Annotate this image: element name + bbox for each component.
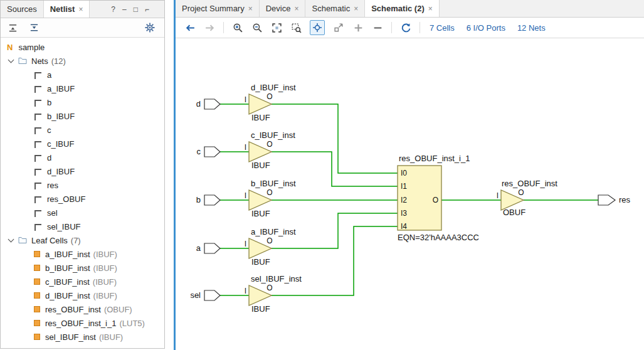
zoom-fit-button[interactable] bbox=[271, 22, 282, 33]
expand-plus-button[interactable] bbox=[352, 22, 364, 33]
tab-netlist-label: Netlist bbox=[50, 4, 75, 14]
pin-label-i: I bbox=[245, 191, 246, 200]
tree-group-nets[interactable]: Nets (12) bbox=[1, 54, 164, 68]
forward-button[interactable] bbox=[204, 22, 215, 33]
pin-label-i: I bbox=[245, 240, 246, 248]
input-port-d[interactable] bbox=[204, 99, 220, 109]
chevron-down-icon[interactable] bbox=[8, 236, 14, 242]
regenerate-button[interactable] bbox=[400, 22, 411, 33]
net-icon bbox=[34, 72, 41, 79]
expand-all-icon[interactable] bbox=[28, 22, 40, 33]
net-label: c_IBUF bbox=[47, 139, 74, 149]
net-icon bbox=[34, 86, 41, 93]
close-icon[interactable]: × bbox=[294, 4, 298, 13]
tree-item-cell[interactable]: sel_IBUF_inst(IBUF) bbox=[1, 330, 164, 344]
tree-item-cell[interactable]: res_OBUF_inst_i_1(LUT5) bbox=[1, 316, 164, 330]
pin-label-i: I bbox=[245, 143, 246, 152]
schematic-toolbar: 7 Cells 6 I/O Ports 12 Nets bbox=[176, 18, 644, 38]
panel-window-controls: ? – □ ⌐ bbox=[111, 1, 164, 18]
port-label-d: d bbox=[196, 99, 201, 109]
tab-netlist[interactable]: Netlist × bbox=[44, 1, 90, 18]
close-icon[interactable]: × bbox=[248, 4, 253, 13]
tree-item-cell[interactable]: a_IBUF_inst(IBUF) bbox=[1, 247, 164, 261]
zoom-selection-button[interactable] bbox=[290, 22, 302, 33]
tab-label: Schematic (2) bbox=[371, 4, 425, 13]
collapse-minus-button[interactable] bbox=[372, 22, 383, 33]
help-icon[interactable]: ? bbox=[111, 5, 115, 14]
zoom-out-button[interactable] bbox=[251, 22, 263, 33]
tree-item-cell[interactable]: res_OBUF_inst(OBUF) bbox=[1, 302, 164, 316]
netlist-root-icon: N bbox=[7, 43, 13, 52]
tree-item-cell[interactable]: d_IBUF_inst(IBUF) bbox=[1, 289, 164, 302]
net-label: d bbox=[47, 153, 51, 162]
tree-item-net-sel-ibuf[interactable]: sel_IBUF bbox=[1, 220, 164, 233]
input-port-sel[interactable] bbox=[204, 290, 220, 300]
net-icon bbox=[34, 210, 41, 217]
tree-item-net-res-obuf[interactable]: res_OBUF bbox=[1, 192, 164, 206]
pin-label-i: I bbox=[245, 287, 246, 295]
instance-label: c_IBUF_inst bbox=[251, 130, 295, 140]
net-sel-ibuf[interactable] bbox=[272, 226, 398, 295]
tree-item-net-d-ibuf[interactable]: d_IBUF bbox=[1, 164, 164, 178]
chevron-down-icon[interactable] bbox=[8, 56, 14, 63]
tree-item-cell[interactable]: c_IBUF_inst(IBUF) bbox=[1, 275, 164, 289]
cell-type: (IBUF) bbox=[93, 291, 117, 300]
tab-schematic[interactable]: Schematic × bbox=[305, 0, 365, 17]
schematic-drawing: d c b a sel res d_IBUF_inst IBUF c_IBUF_… bbox=[176, 38, 644, 350]
cell-type: (IBUF) bbox=[99, 332, 123, 342]
tree-item-net-res[interactable]: res bbox=[1, 178, 164, 192]
float-icon[interactable]: □ bbox=[134, 5, 138, 14]
schematic-canvas[interactable]: d c b a sel res d_IBUF_inst IBUF c_IBUF_… bbox=[176, 38, 644, 350]
input-port-b[interactable] bbox=[204, 195, 220, 205]
zoom-in-button[interactable] bbox=[232, 22, 243, 33]
tree-item-net-a[interactable]: a bbox=[1, 68, 164, 82]
tree-root-sample[interactable]: N sample bbox=[1, 40, 164, 54]
output-port-res[interactable] bbox=[598, 195, 615, 205]
port-label-sel: sel bbox=[190, 290, 201, 300]
cell-type: (OBUF) bbox=[104, 305, 132, 314]
nets-link[interactable]: 12 Nets bbox=[517, 23, 546, 33]
tab-schematic-2[interactable]: Schematic (2) × bbox=[365, 0, 440, 17]
close-icon[interactable]: × bbox=[354, 4, 358, 13]
tree-item-net-c[interactable]: c bbox=[1, 123, 164, 137]
tab-sources[interactable]: Sources bbox=[1, 1, 44, 18]
tree-item-cell[interactable]: b_IBUF_inst(IBUF) bbox=[1, 261, 164, 275]
tab-device[interactable]: Device × bbox=[260, 0, 306, 17]
close-icon[interactable]: × bbox=[78, 5, 83, 14]
tree-item-net-a-ibuf[interactable]: a_IBUF bbox=[1, 82, 164, 95]
pin-label-o: O bbox=[267, 236, 272, 245]
pin-label-o: O bbox=[518, 188, 524, 197]
close-icon[interactable]: × bbox=[428, 4, 433, 13]
input-port-a[interactable] bbox=[204, 243, 220, 253]
cell-type-label: IBUF bbox=[251, 257, 270, 267]
tree-item-net-b-ibuf[interactable]: b_IBUF bbox=[1, 109, 164, 123]
autofit-selection-toggle[interactable] bbox=[310, 20, 325, 35]
lut-pin-o: O bbox=[433, 196, 438, 204]
lut-pin-i1: I1 bbox=[401, 182, 407, 191]
back-button[interactable] bbox=[184, 22, 196, 33]
lut5-eqn-label: EQN=32'hAAAA3CCC bbox=[398, 233, 479, 242]
obuf-instance-label: res_OBUF_inst bbox=[502, 179, 557, 188]
pin-label-i: I bbox=[245, 95, 246, 104]
expand-cone-button[interactable] bbox=[333, 22, 344, 33]
tree-group-leaf-cells[interactable]: Leaf Cells (7) bbox=[1, 233, 164, 247]
input-port-c[interactable] bbox=[204, 147, 220, 157]
tab-project-summary[interactable]: Project Summary × bbox=[176, 0, 260, 17]
root-label: sample bbox=[18, 43, 45, 52]
io-ports-link[interactable]: 6 I/O Ports bbox=[467, 23, 505, 33]
minimize-icon[interactable]: – bbox=[122, 5, 127, 14]
pin-label-o: O bbox=[267, 188, 272, 197]
settings-gear-icon[interactable] bbox=[144, 22, 156, 33]
right-panel-tabbar: Project Summary × Device × Schematic × S… bbox=[176, 0, 644, 18]
tree-item-net-sel[interactable]: sel bbox=[1, 206, 164, 220]
cell-icon bbox=[34, 251, 40, 257]
net-icon bbox=[34, 114, 41, 120]
cell-icon bbox=[34, 265, 40, 271]
tree-item-net-d[interactable]: d bbox=[1, 151, 164, 164]
cells-link[interactable]: 7 Cells bbox=[430, 23, 455, 33]
tree-item-net-c-ibuf[interactable]: c_IBUF bbox=[1, 137, 164, 151]
collapse-all-icon[interactable] bbox=[7, 22, 18, 33]
maximize-icon[interactable]: ⌐ bbox=[145, 5, 149, 14]
cell-icon bbox=[34, 334, 40, 340]
tree-item-net-b[interactable]: b bbox=[1, 95, 164, 109]
